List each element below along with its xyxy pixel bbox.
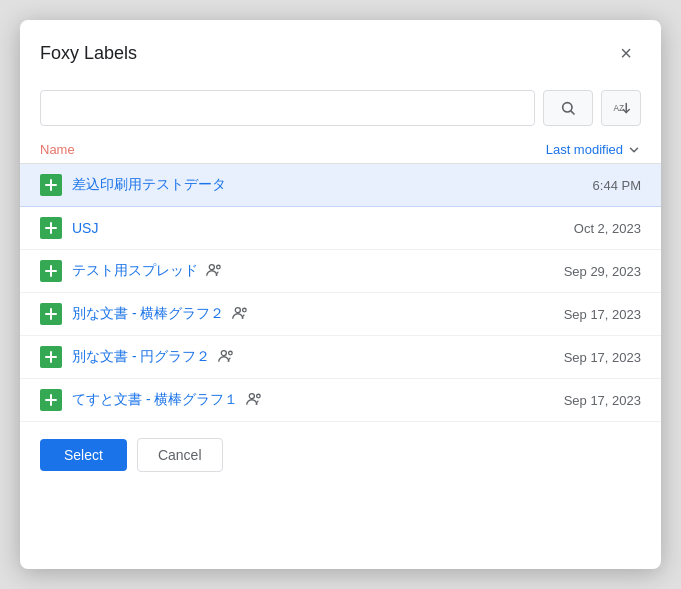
file-date: Sep 29, 2023	[541, 264, 641, 279]
file-date: Sep 17, 2023	[541, 350, 641, 365]
svg-text:AZ: AZ	[614, 104, 625, 113]
shared-icon	[206, 263, 222, 280]
file-type-icon	[40, 389, 62, 411]
svg-point-19	[229, 351, 233, 355]
shared-icon	[218, 349, 234, 366]
file-list: 差込印刷用テストデータ6:44 PMUSJOct 2, 2023テスト用スプレッ…	[20, 164, 661, 422]
file-name: USJ	[72, 220, 531, 236]
file-row[interactable]: USJOct 2, 2023	[20, 207, 661, 250]
svg-point-14	[236, 307, 241, 312]
file-name: 別な文書 - 横棒グラフ２	[72, 305, 531, 323]
file-date: Sep 17, 2023	[541, 393, 641, 408]
search-button[interactable]	[543, 90, 593, 126]
svg-line-1	[571, 111, 574, 114]
search-icon	[560, 100, 576, 116]
file-type-icon	[40, 217, 62, 239]
file-date: Sep 17, 2023	[541, 307, 641, 322]
table-header: Name Last modified	[20, 136, 661, 164]
column-modified-header[interactable]: Last modified	[546, 142, 641, 157]
select-button[interactable]: Select	[40, 439, 127, 471]
column-name-header: Name	[40, 142, 546, 157]
file-row[interactable]: テスト用スプレッドSep 29, 2023	[20, 250, 661, 293]
shared-icon	[232, 306, 248, 323]
file-date: Oct 2, 2023	[541, 221, 641, 236]
sort-button[interactable]: AZ	[601, 90, 641, 126]
dialog-header: Foxy Labels ×	[20, 20, 661, 80]
az-sort-icon: AZ	[612, 99, 630, 117]
dialog-footer: Select Cancel	[20, 422, 661, 488]
file-type-icon	[40, 303, 62, 325]
file-name: 別な文書 - 円グラフ２	[72, 348, 531, 366]
foxy-labels-dialog: Foxy Labels × AZ Name Last modified	[20, 20, 661, 569]
file-row[interactable]: 別な文書 - 横棒グラフ２Sep 17, 2023	[20, 293, 661, 336]
dialog-title: Foxy Labels	[40, 43, 137, 64]
shared-icon	[246, 392, 262, 409]
file-type-icon	[40, 174, 62, 196]
svg-point-22	[250, 393, 255, 398]
file-type-icon	[40, 346, 62, 368]
file-name: てすと文書 - 横棒グラフ１	[72, 391, 531, 409]
file-name: テスト用スプレッド	[72, 262, 531, 280]
file-date: 6:44 PM	[541, 178, 641, 193]
file-row[interactable]: 差込印刷用テストデータ6:44 PM	[20, 164, 661, 207]
close-icon: ×	[620, 43, 632, 63]
svg-point-10	[209, 264, 214, 269]
file-name: 差込印刷用テストデータ	[72, 176, 531, 194]
sort-arrow-icon	[627, 143, 641, 157]
file-row[interactable]: てすと文書 - 横棒グラフ１Sep 17, 2023	[20, 379, 661, 422]
close-button[interactable]: ×	[611, 38, 641, 68]
cancel-button[interactable]: Cancel	[137, 438, 223, 472]
search-bar: AZ	[20, 80, 661, 136]
search-input[interactable]	[40, 90, 535, 126]
svg-point-23	[257, 394, 261, 398]
file-row[interactable]: 別な文書 - 円グラフ２Sep 17, 2023	[20, 336, 661, 379]
file-type-icon	[40, 260, 62, 282]
svg-point-18	[222, 350, 227, 355]
svg-point-15	[243, 308, 247, 312]
svg-point-11	[217, 265, 221, 269]
